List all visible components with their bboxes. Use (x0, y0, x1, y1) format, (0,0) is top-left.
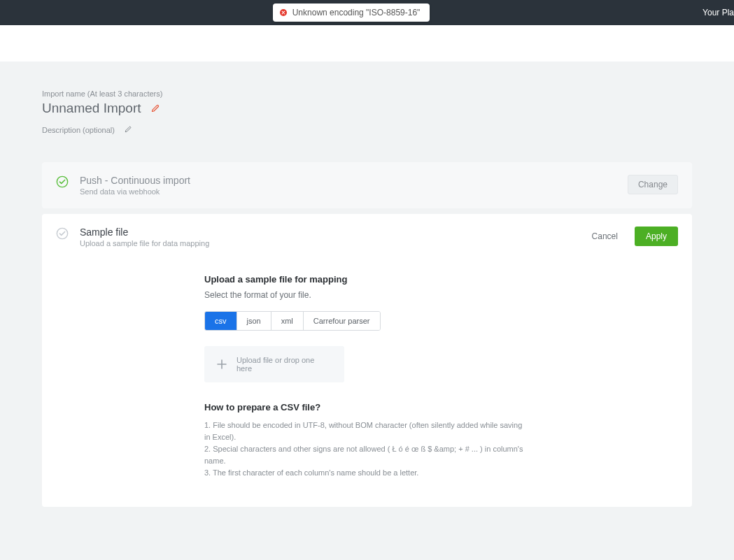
plan-label[interactable]: Your Pla (703, 8, 734, 17)
sub-header (0, 25, 734, 62)
import-desc-label: Description (optional) (42, 126, 115, 134)
import-desc-row: Description (optional) (42, 126, 692, 134)
change-button[interactable]: Change (628, 175, 678, 194)
tab-json[interactable]: json (237, 312, 271, 330)
top-bar: Unknown encoding "ISO-8859-16" Your Pla (0, 0, 734, 25)
push-card-titles: Push - Continuous import Send data via w… (80, 175, 628, 196)
push-card-header: Push - Continuous import Send data via w… (42, 162, 692, 208)
encoding-alert: Unknown encoding "ISO-8859-16" (273, 3, 430, 22)
sample-card-subtitle: Upload a sample file for data mapping (80, 239, 582, 247)
apply-button[interactable]: Apply (635, 227, 678, 246)
tab-xml[interactable]: xml (271, 312, 304, 330)
alert-text: Unknown encoding "ISO-8859-16" (292, 8, 421, 17)
sample-card-titles: Sample file Upload a sample file for dat… (80, 227, 582, 247)
upload-section: Upload a sample file for mapping Select … (204, 274, 530, 479)
page-content: Import name (At least 3 characters) Unna… (0, 62, 734, 540)
plus-icon (217, 359, 227, 369)
sample-card: Sample file Upload a sample file for dat… (42, 214, 692, 507)
push-card: Push - Continuous import Send data via w… (42, 162, 692, 208)
sample-card-body: Upload a sample file for mapping Select … (42, 260, 692, 507)
howto-item-3: 3. The first character of each column's … (204, 467, 530, 479)
sample-card-actions: Cancel Apply (582, 227, 678, 246)
error-icon (280, 9, 287, 16)
push-card-subtitle: Send data via webhook (80, 187, 628, 196)
check-circle-icon (56, 175, 69, 188)
edit-desc-icon[interactable] (125, 126, 133, 134)
cancel-button[interactable]: Cancel (582, 227, 628, 245)
howto-item-2: 2. Special characters and other signs ar… (204, 443, 530, 467)
tab-carrefour[interactable]: Carrefour parser (304, 312, 380, 330)
check-circle-outline-icon (56, 227, 69, 240)
push-card-actions: Change (628, 175, 678, 194)
howto-item-1: 1. File should be encoded in UTF-8, with… (204, 419, 530, 443)
alert-container: Unknown encoding "ISO-8859-16" (0, 3, 703, 22)
upload-heading: Upload a sample file for mapping (204, 274, 530, 285)
import-name-label: Import name (At least 3 characters) (42, 89, 692, 98)
howto-list: 1. File should be encoded in UTF-8, with… (204, 419, 530, 479)
format-tabs: csv json xml Carrefour parser (204, 311, 381, 331)
upload-subtext: Select the format of your file. (204, 290, 530, 300)
import-meta: Import name (At least 3 characters) Unna… (42, 89, 692, 134)
howto-title: How to prepare a CSV file? (204, 402, 530, 412)
edit-name-icon[interactable] (151, 104, 160, 113)
upload-dropzone-text: Upload file or drop one here (237, 356, 332, 373)
sample-card-header: Sample file Upload a sample file for dat… (42, 214, 692, 260)
tab-csv[interactable]: csv (205, 312, 237, 330)
import-name-row: Unnamed Import (42, 101, 692, 116)
upload-dropzone[interactable]: Upload file or drop one here (204, 346, 344, 382)
push-card-title: Push - Continuous import (80, 175, 628, 186)
import-name-value: Unnamed Import (42, 101, 141, 116)
sample-card-title: Sample file (80, 227, 582, 238)
